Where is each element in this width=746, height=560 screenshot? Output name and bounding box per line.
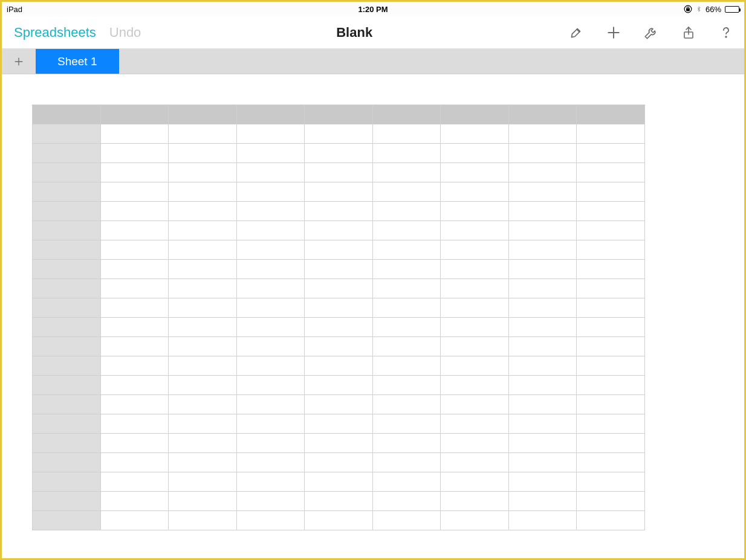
cell[interactable] xyxy=(305,472,373,492)
cell[interactable] xyxy=(577,337,645,356)
cell[interactable] xyxy=(169,453,237,472)
cell[interactable] xyxy=(372,318,441,337)
cell[interactable] xyxy=(577,414,645,434)
cell[interactable] xyxy=(577,279,645,298)
cell[interactable] xyxy=(508,434,577,453)
cell[interactable] xyxy=(169,318,237,337)
cell[interactable] xyxy=(169,511,237,530)
cell[interactable] xyxy=(372,260,441,279)
cell[interactable] xyxy=(236,356,305,376)
cell[interactable] xyxy=(169,202,237,221)
cell[interactable] xyxy=(372,356,441,376)
column-header[interactable] xyxy=(577,105,645,124)
cell[interactable] xyxy=(577,318,645,337)
cell[interactable] xyxy=(100,202,169,221)
cell[interactable] xyxy=(508,124,577,144)
cell[interactable] xyxy=(169,163,237,182)
cell[interactable] xyxy=(508,279,577,298)
paintbrush-icon[interactable] xyxy=(568,24,585,41)
row-header[interactable] xyxy=(33,124,101,144)
cell[interactable] xyxy=(372,221,441,240)
cell[interactable] xyxy=(372,472,441,492)
cell[interactable] xyxy=(169,124,237,144)
row-header[interactable] xyxy=(33,492,101,511)
cell[interactable] xyxy=(441,414,509,434)
cell[interactable] xyxy=(508,414,577,434)
cell[interactable] xyxy=(577,356,645,376)
cell[interactable] xyxy=(169,260,237,279)
column-header[interactable] xyxy=(441,105,509,124)
cell[interactable] xyxy=(100,298,169,318)
cell[interactable] xyxy=(372,511,441,530)
cell[interactable] xyxy=(508,240,577,260)
cell[interactable] xyxy=(508,511,577,530)
row-header[interactable] xyxy=(33,202,101,221)
help-icon[interactable] xyxy=(718,24,735,41)
cell[interactable] xyxy=(305,144,373,163)
wrench-icon[interactable] xyxy=(643,24,660,41)
row-header[interactable] xyxy=(33,318,101,337)
cell[interactable] xyxy=(100,434,169,453)
cell[interactable] xyxy=(441,337,509,356)
grid-corner[interactable] xyxy=(33,105,101,124)
cell[interactable] xyxy=(508,182,577,202)
cell[interactable] xyxy=(508,337,577,356)
row-header[interactable] xyxy=(33,511,101,530)
cell[interactable] xyxy=(372,414,441,434)
cell[interactable] xyxy=(441,472,509,492)
cell[interactable] xyxy=(100,395,169,414)
document-title[interactable]: Blank xyxy=(336,25,372,40)
cell[interactable] xyxy=(236,202,305,221)
cell[interactable] xyxy=(441,376,509,395)
undo-button[interactable]: Undo xyxy=(109,25,141,40)
cell[interactable] xyxy=(441,163,509,182)
row-header[interactable] xyxy=(33,414,101,434)
cell[interactable] xyxy=(236,511,305,530)
cell[interactable] xyxy=(305,124,373,144)
cell[interactable] xyxy=(372,434,441,453)
row-header[interactable] xyxy=(33,376,101,395)
cell[interactable] xyxy=(236,163,305,182)
cell[interactable] xyxy=(169,434,237,453)
row-header[interactable] xyxy=(33,221,101,240)
cell[interactable] xyxy=(577,260,645,279)
cell[interactable] xyxy=(100,511,169,530)
cell[interactable] xyxy=(169,221,237,240)
cell[interactable] xyxy=(100,356,169,376)
cell[interactable] xyxy=(577,511,645,530)
row-header[interactable] xyxy=(33,182,101,202)
cell[interactable] xyxy=(169,395,237,414)
cell[interactable] xyxy=(441,492,509,511)
cell[interactable] xyxy=(441,260,509,279)
cell[interactable] xyxy=(508,221,577,240)
column-header[interactable] xyxy=(169,105,237,124)
cell[interactable] xyxy=(508,395,577,414)
cell[interactable] xyxy=(508,376,577,395)
cell[interactable] xyxy=(441,356,509,376)
cell[interactable] xyxy=(508,356,577,376)
cell[interactable] xyxy=(441,298,509,318)
cell[interactable] xyxy=(441,240,509,260)
cell[interactable] xyxy=(169,279,237,298)
cell[interactable] xyxy=(100,414,169,434)
cell[interactable] xyxy=(236,414,305,434)
cell[interactable] xyxy=(305,163,373,182)
cell[interactable] xyxy=(236,453,305,472)
cell[interactable] xyxy=(100,318,169,337)
cell[interactable] xyxy=(508,260,577,279)
cell[interactable] xyxy=(577,453,645,472)
cell[interactable] xyxy=(372,395,441,414)
cell[interactable] xyxy=(577,395,645,414)
row-header[interactable] xyxy=(33,434,101,453)
cell[interactable] xyxy=(169,356,237,376)
cell[interactable] xyxy=(372,163,441,182)
row-header[interactable] xyxy=(33,298,101,318)
row-header[interactable] xyxy=(33,240,101,260)
cell[interactable] xyxy=(100,279,169,298)
cell[interactable] xyxy=(372,182,441,202)
cell[interactable] xyxy=(236,395,305,414)
cell[interactable] xyxy=(441,202,509,221)
cell[interactable] xyxy=(236,434,305,453)
cell[interactable] xyxy=(236,472,305,492)
cell[interactable] xyxy=(169,414,237,434)
